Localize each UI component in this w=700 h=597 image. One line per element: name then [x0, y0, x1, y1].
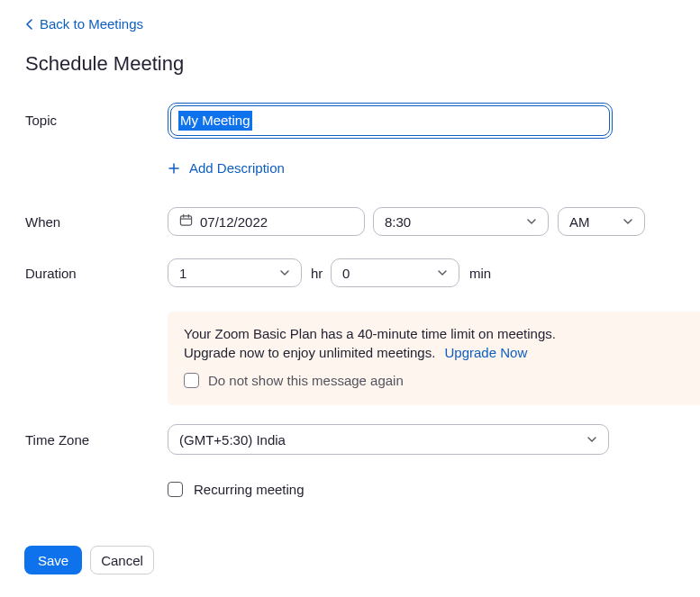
page-title: Schedule Meeting [25, 52, 184, 76]
topic-value: My Meeting [178, 111, 252, 131]
dont-show-checkbox[interactable] [184, 373, 199, 388]
plus-icon [168, 162, 180, 175]
cancel-button-label: Cancel [101, 553, 143, 568]
svg-rect-0 [180, 216, 191, 225]
date-input[interactable]: 07/12/2022 [168, 207, 365, 236]
chevron-left-icon [25, 19, 34, 30]
back-to-meetings-link[interactable]: Back to Meetings [25, 16, 143, 32]
topic-label: Topic [25, 113, 57, 128]
back-label: Back to Meetings [40, 16, 143, 32]
timezone-select[interactable]: (GMT+5:30) India [168, 424, 609, 455]
ampm-value: AM [569, 214, 590, 230]
when-label: When [25, 214, 60, 230]
notice-line2-text: Upgrade now to enjoy unlimited meetings. [184, 345, 435, 360]
timezone-label: Time Zone [25, 432, 89, 448]
min-unit-label: min [469, 266, 491, 281]
date-value: 07/12/2022 [200, 214, 268, 230]
time-value: 8:30 [385, 214, 411, 230]
calendar-icon [179, 213, 193, 230]
chevron-down-icon [586, 432, 597, 448]
ampm-select[interactable]: AM [558, 207, 645, 236]
chevron-down-icon [526, 214, 537, 230]
chevron-down-icon [279, 266, 290, 281]
notice-line2: Upgrade now to enjoy unlimited meetings.… [184, 345, 684, 360]
recurring-row: Recurring meeting [168, 482, 305, 497]
duration-hours-value: 1 [179, 266, 186, 281]
time-select[interactable]: 8:30 [373, 207, 549, 236]
duration-minutes-select[interactable]: 0 [331, 258, 459, 287]
add-description-button[interactable]: Add Description [168, 160, 285, 176]
duration-hours-select[interactable]: 1 [168, 258, 302, 287]
dont-show-label: Do not show this message again [208, 373, 404, 388]
hr-unit-label: hr [311, 266, 323, 281]
cancel-button[interactable]: Cancel [90, 546, 154, 574]
duration-minutes-value: 0 [342, 266, 350, 281]
save-button-label: Save [38, 553, 68, 568]
duration-label: Duration [25, 266, 77, 281]
chevron-down-icon [437, 266, 448, 281]
plan-notice: Your Zoom Basic Plan has a 40-minute tim… [168, 312, 700, 405]
save-button[interactable]: Save [24, 546, 82, 574]
chevron-down-icon [623, 214, 633, 230]
notice-line1: Your Zoom Basic Plan has a 40-minute tim… [184, 326, 684, 341]
recurring-label: Recurring meeting [194, 482, 305, 497]
timezone-value: (GMT+5:30) India [179, 432, 286, 448]
topic-input[interactable]: My Meeting [168, 103, 613, 139]
upgrade-now-link[interactable]: Upgrade Now [445, 345, 528, 360]
recurring-checkbox[interactable] [168, 482, 183, 497]
add-description-label: Add Description [189, 160, 285, 176]
